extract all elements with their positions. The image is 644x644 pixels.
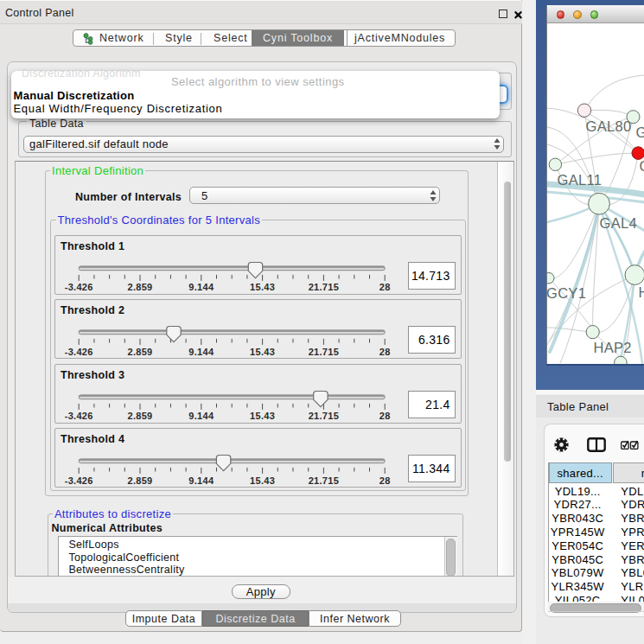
svg-text:H: H: [639, 284, 644, 300]
svg-text:GAL80: GAL80: [586, 118, 632, 134]
svg-text:GAL11: GAL11: [558, 172, 603, 188]
svg-text:GAL4: GAL4: [600, 215, 637, 231]
svg-text:GA: GA: [636, 124, 644, 140]
svg-text:HAP2: HAP2: [594, 340, 632, 355]
svg-text:GCY1: GCY1: [547, 285, 586, 301]
svg-text:C: C: [640, 158, 644, 174]
